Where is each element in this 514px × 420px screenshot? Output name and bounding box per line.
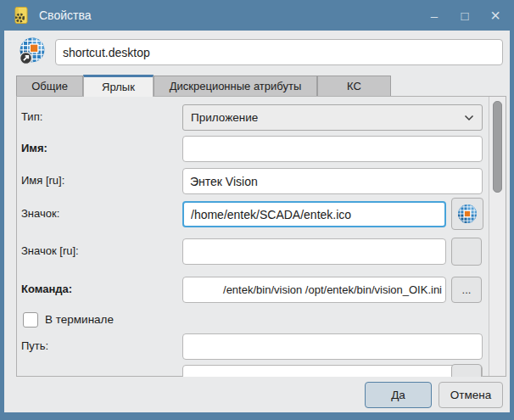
icon-path-input[interactable] [182, 201, 446, 227]
icon-ru-browse-button[interactable] [451, 238, 482, 266]
ok-button[interactable]: Да [365, 382, 432, 408]
name-ru-label: Имя [ru]: [21, 168, 178, 193]
name-input[interactable] [182, 136, 483, 162]
icon-ru-input[interactable] [182, 238, 446, 265]
icon-browse-button[interactable] [451, 198, 483, 230]
window-title: Свойства [39, 8, 91, 22]
icon-ru-label: Значок [ru]: [21, 238, 178, 264]
tab-general-label: Общие [31, 80, 68, 92]
terminal-checkbox[interactable] [23, 312, 38, 328]
tab-ks[interactable]: КС [317, 76, 391, 96]
icon-label: Значок: [21, 201, 178, 227]
titlebar[interactable]: Свойства – □ × [0, 0, 514, 31]
minimize-icon[interactable]: – [424, 5, 444, 25]
tab-general[interactable]: Общие [16, 76, 83, 96]
path-label: Путь: [21, 333, 178, 359]
close-icon[interactable]: × [485, 5, 506, 25]
command-input[interactable] [182, 277, 446, 303]
vertical-scrollbar[interactable] [489, 97, 506, 376]
clipped-browse-button[interactable] [451, 364, 482, 377]
shortcut-globe-icon [18, 36, 47, 65]
globe-icon [456, 203, 478, 225]
name-ru-input[interactable] [182, 168, 483, 194]
shortcut-arrow-badge [20, 53, 32, 64]
terminal-checkbox-label: В терминале [45, 312, 114, 328]
app-file-gear-icon [12, 6, 31, 25]
tab-shortcut-label: Ярлык [102, 81, 135, 93]
filename-input[interactable] [55, 39, 503, 65]
tab-discretionary-attributes[interactable]: Дискреционные атрибуты [154, 76, 317, 96]
command-label: Команда: [21, 277, 178, 302]
type-label: Тип: [21, 104, 178, 130]
clipped-input[interactable] [182, 365, 483, 377]
cancel-button[interactable]: Отмена [439, 382, 503, 408]
clipped-next-field [182, 365, 483, 377]
properties-dialog: Свойства – □ × [0, 0, 514, 420]
tab-shortcut[interactable]: Ярлык [83, 75, 154, 97]
ellipsis-label: ... [462, 283, 472, 296]
scrollbar-thumb[interactable] [493, 101, 502, 193]
maximize-icon[interactable]: □ [455, 5, 475, 25]
type-dropdown[interactable]: Приложение [182, 104, 483, 131]
ok-button-label: Да [391, 389, 405, 401]
cancel-button-label: Отмена [450, 389, 491, 401]
command-browse-button[interactable]: ... [451, 277, 482, 303]
type-dropdown-value: Приложение [191, 111, 258, 124]
tab-ks-label: КС [347, 80, 361, 92]
name-label: Имя: [21, 136, 178, 161]
tab-discretionary-attributes-label: Дискреционные атрибуты [170, 80, 302, 92]
chevron-down-icon [464, 115, 474, 121]
path-input[interactable] [182, 333, 483, 360]
